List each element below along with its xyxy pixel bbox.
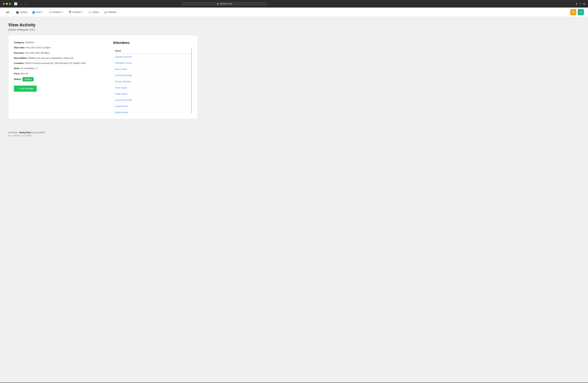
page-title: View Activity: [8, 22, 197, 28]
price-value: $32.46: [21, 72, 28, 75]
nav-cashier[interactable]: 🎬 Cashier: [14, 9, 29, 15]
status-badge: Waiting: [22, 77, 34, 82]
main-card: Category: Activities Start time: Feb 15t…: [8, 35, 197, 119]
footer-version: tab | Version: 0.1.0-alpha: [8, 134, 580, 137]
address-bar[interactable]: 🔒 tabreborn.test: [182, 2, 267, 6]
attendees-section: Attendees Name Aaliyah SchummChristelle …: [113, 41, 192, 113]
nav-statistics[interactable]: 📊 Statistics: [102, 9, 119, 15]
slots-label: Slots:: [14, 67, 21, 70]
footer-role: (Superadmin): [32, 131, 45, 134]
category-row: Category: Activities: [14, 41, 105, 44]
users-icon: 👥: [32, 11, 35, 14]
cashier-icon: 🎬: [16, 11, 19, 14]
location-row: Location: 30319 Francesca Brook Apt. 583…: [14, 62, 105, 65]
orders-icon: 🛒: [88, 11, 91, 14]
users-chevron-icon: ▼: [43, 11, 44, 13]
minimize-button[interactable]: [6, 3, 8, 5]
products-icon: 🏷: [49, 11, 52, 14]
price-row: Price: $32.46: [14, 72, 105, 75]
status-row: Status: Waiting: [14, 77, 105, 82]
slots-value: 21 (Available: 7): [21, 67, 38, 70]
share-icon: ⬆: [575, 2, 578, 5]
attendees-scroll[interactable]: Name Aaliyah SchummChristelle CarrollEli…: [113, 48, 192, 113]
statistics-icon: 📊: [104, 11, 107, 14]
activities-icon: 📅: [69, 11, 71, 14]
table-row[interactable]: Garnett Kassulke: [113, 72, 191, 79]
activities-label: Activities: [72, 11, 81, 13]
status-label: Status:: [14, 78, 22, 80]
footer: Greetings, Tadhg Boyle (Superadmin) tab …: [0, 127, 588, 141]
activities-chevron-icon: ▼: [82, 11, 84, 13]
browser-nav-controls: ⬜ ‹ ›: [13, 2, 27, 6]
close-button[interactable]: [3, 3, 5, 5]
url-text: tabreborn.test: [220, 2, 232, 5]
nav-users[interactable]: 👥 Users ▼: [30, 9, 46, 15]
end-time-value: Feb 15th 2022 05:04pm: [25, 52, 50, 54]
category-label: Category:: [14, 41, 25, 44]
description-value: Debitis eum sed nam voluptatibus omnis e…: [28, 57, 74, 59]
table-row[interactable]: Hollie Weber: [113, 91, 191, 97]
end-time-label: End time:: [14, 52, 24, 54]
nav-brand[interactable]: tab: [4, 9, 11, 15]
nav-right-actions: ⚙ ↪: [570, 9, 584, 15]
nav-activities[interactable]: 📅 Activities ▼: [66, 9, 86, 15]
description-label: Description:: [14, 57, 27, 59]
users-label: Users: [36, 11, 42, 13]
window-icon: ⬜: [13, 2, 19, 6]
price-label: Price:: [14, 72, 21, 75]
orders-label: Orders: [92, 11, 99, 13]
traffic-lights: [3, 3, 11, 5]
browser-chrome: ⬜ ‹ › 🔒 tabreborn.test ⬆ ＋ ⊞: [0, 0, 588, 8]
start-time-label: Start time:: [14, 46, 25, 49]
start-time-value: Feb 15th 2022 01:49pm: [26, 46, 51, 49]
attendees-title: Attendees: [113, 41, 192, 45]
add-attendee-label: Add Attendee: [20, 87, 34, 90]
lock-icon: 🔒: [216, 3, 219, 5]
new-tab-icon: ＋: [579, 2, 582, 6]
table-row[interactable]: Lowell Moore: [113, 103, 191, 109]
name-column-header: Name: [113, 48, 191, 54]
description-row: Description: Debitis eum sed nam volupta…: [14, 56, 105, 60]
page-subtitle: Activity: Widegame (Edit): [8, 28, 197, 31]
details-section: Category: Activities Start time: Feb 15t…: [14, 41, 105, 113]
attendees-table: Name Aaliyah SchummChristelle CarrollEli…: [113, 48, 191, 113]
add-attendee-icon: ＋: [17, 87, 19, 90]
table-row[interactable]: Gordon Denesik: [113, 79, 191, 85]
products-chevron-icon: ▼: [62, 11, 64, 13]
table-row[interactable]: Martina Ward: [113, 109, 191, 113]
grid-icon: ⊞: [583, 2, 585, 5]
footer-greeting: Greetings, Tadhg Boyle (Superadmin): [8, 131, 580, 134]
maximize-button[interactable]: [9, 3, 11, 5]
forward-button[interactable]: ›: [23, 2, 26, 6]
cashier-label: Cashier: [20, 11, 27, 13]
main-content: View Activity Activity: Widegame (Edit) …: [0, 17, 206, 125]
settings-button[interactable]: ⚙: [570, 9, 576, 15]
page-wrapper: tab 🎬 Cashier 👥 Users ▼ 🏷 Products ▼ 📅 A…: [0, 8, 588, 383]
category-value: Activities: [25, 41, 34, 44]
table-row[interactable]: Linwood O'Keefe: [113, 97, 191, 103]
statistics-label: Statistics: [108, 11, 117, 13]
slots-row: Slots: 21 (Available: 7): [14, 67, 105, 70]
table-row[interactable]: Hazle Sipes: [113, 85, 191, 91]
edit-link[interactable]: (Edit): [29, 28, 35, 31]
nav-orders[interactable]: 🛒 Orders: [86, 9, 101, 15]
location-label: Location:: [14, 62, 24, 64]
navbar: tab 🎬 Cashier 👥 Users ▼ 🏷 Products ▼ 📅 A…: [0, 8, 588, 17]
activity-name: Widegame: [17, 28, 29, 31]
start-time-row: Start time: Feb 15th 2022 01:49pm: [14, 46, 105, 49]
table-row[interactable]: Christelle Carroll: [113, 60, 191, 66]
browser-right-controls: ⬆ ＋ ⊞: [575, 2, 585, 6]
add-attendee-button[interactable]: ＋ Add Attendee: [14, 85, 37, 92]
greeting-text: Greetings,: [8, 131, 18, 134]
location-value: 30319 Francesca Brook Apt. 583 Alecland,…: [25, 62, 86, 64]
footer-username: Tadhg Boyle: [19, 131, 31, 134]
subtitle-prefix: Activity:: [8, 28, 17, 31]
table-row[interactable]: Elise Kunde: [113, 66, 191, 72]
products-label: Products: [52, 11, 61, 13]
table-row[interactable]: Aaliyah Schumm: [113, 54, 191, 60]
nav-products[interactable]: 🏷 Products ▼: [47, 9, 66, 15]
logout-button[interactable]: ↪: [578, 9, 584, 15]
end-time-row: End time: Feb 15th 2022 05:04pm: [14, 51, 105, 55]
back-button[interactable]: ‹: [20, 2, 22, 6]
